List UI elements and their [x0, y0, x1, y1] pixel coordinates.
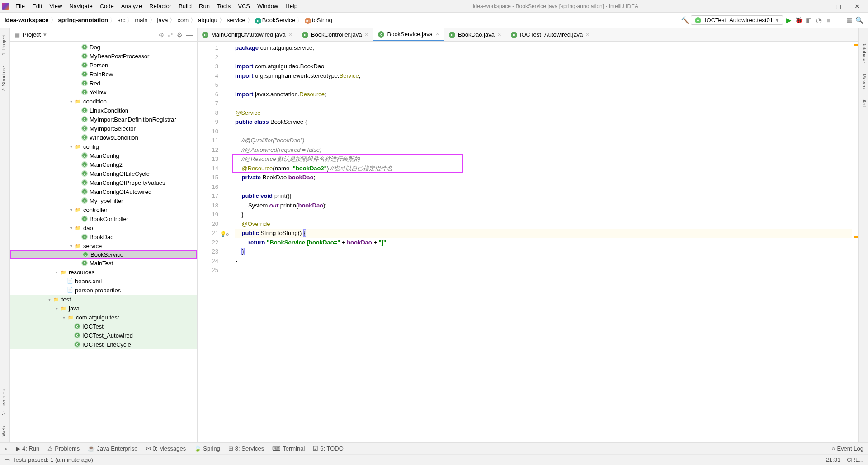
tab-database[interactable]: Database	[859, 37, 868, 67]
menu-vcs[interactable]: VCS	[234, 1, 254, 11]
code-line[interactable]: System.out.println(bookDao);	[235, 201, 852, 211]
breadcrumb-8[interactable]: cBookService	[255, 17, 295, 24]
tree-item[interactable]: cDog	[10, 42, 197, 52]
code-line[interactable]: public class BookService {	[235, 117, 852, 127]
tab-structure[interactable]: 7: Structure	[0, 61, 9, 96]
tree-item[interactable]: cMainConfig2	[10, 160, 197, 169]
profile-icon[interactable]: ◔	[815, 16, 823, 24]
code-line[interactable]	[235, 99, 852, 108]
expand-arrow[interactable]: ▾	[61, 315, 67, 320]
expand-arrow[interactable]: ▾	[68, 207, 74, 212]
breadcrumb-3[interactable]: main	[135, 17, 147, 23]
code-line[interactable]	[235, 266, 852, 275]
code-line[interactable]: }	[235, 247, 852, 257]
build-icon[interactable]: 🔨	[681, 16, 689, 24]
code-line[interactable]: //@Autowired(required = false)	[235, 146, 852, 155]
expand-arrow[interactable]: ▾	[46, 297, 52, 302]
close-tab-icon[interactable]: ✕	[288, 32, 292, 38]
tree-item[interactable]: cLinuxCondition	[10, 106, 197, 115]
bottom-tool-2[interactable]: ☕Java Enterprise	[88, 445, 137, 452]
code-line[interactable]	[235, 127, 852, 136]
breadcrumb-0[interactable]: idea-workspace	[5, 17, 49, 23]
menu-file[interactable]: File	[12, 1, 28, 11]
tree-item[interactable]: cIOCTest_LifeCycle	[10, 340, 197, 349]
event-log-button[interactable]: ○ Event Log	[832, 445, 863, 452]
tree-item[interactable]: ▾📁resources	[10, 268, 197, 277]
menu-run[interactable]: Run	[195, 1, 213, 11]
tree-item[interactable]: cIOCTest	[10, 322, 197, 331]
hide-icon[interactable]: —	[186, 31, 193, 38]
bottom-tool-7[interactable]: ☑6: TODO	[313, 445, 344, 452]
tree-item[interactable]: cBookDao	[10, 232, 197, 241]
tree-item[interactable]: ▾📁java	[10, 304, 197, 313]
code-line[interactable]: import com.atguigu.dao.BookDao;	[235, 62, 852, 71]
coverage-icon[interactable]: ◧	[805, 16, 813, 24]
code-line[interactable]	[235, 80, 852, 90]
menu-tools[interactable]: Tools	[213, 1, 234, 11]
editor-tab[interactable]: cIOCTest_Autowired.java✕	[506, 28, 594, 41]
tree-item[interactable]: cMainConfigOfLifeCycle	[10, 169, 197, 178]
code-line[interactable]: @Service	[235, 108, 852, 118]
expand-arrow[interactable]: ▾	[68, 144, 74, 149]
code-line[interactable]: }	[235, 210, 852, 220]
menu-build[interactable]: Build	[175, 1, 195, 11]
menu-navigate[interactable]: Navigate	[66, 1, 96, 11]
menu-code[interactable]: Code	[96, 1, 118, 11]
tree-item[interactable]: cBookController	[10, 214, 197, 223]
settings-icon[interactable]: ⚙	[177, 31, 183, 38]
close-tab-icon[interactable]: ✕	[435, 31, 439, 37]
expand-arrow[interactable]: ▾	[68, 99, 74, 104]
bottom-tool-4[interactable]: 🍃Spring	[194, 445, 220, 452]
tree-item[interactable]: 📄beans.xml	[10, 277, 197, 286]
tree-item[interactable]: cMainConfig	[10, 151, 197, 160]
expand-arrow[interactable]: ▾	[68, 244, 74, 249]
code-line[interactable]: import org.springframework.stereotype.Se…	[235, 71, 852, 81]
tree-item[interactable]: ▾📁config	[10, 142, 197, 151]
close-tab-icon[interactable]: ✕	[497, 32, 501, 38]
run-config-dropdown[interactable]: ● IOCTest_Autowired.test01 ▾	[691, 15, 783, 25]
breadcrumb-7[interactable]: service	[227, 17, 245, 23]
menu-view[interactable]: View	[46, 1, 66, 11]
tree-item[interactable]: cIOCTest_Autowired	[10, 331, 197, 340]
code-line[interactable]: private BookDao bookDao;	[235, 173, 852, 183]
tree-item[interactable]: cRainBow	[10, 70, 197, 79]
bottom-tool-3[interactable]: ✉0: Messages	[146, 445, 186, 452]
error-stripe[interactable]	[852, 42, 858, 442]
structure-icon[interactable]: ▦	[845, 16, 854, 24]
menu-analyze[interactable]: Analyze	[118, 1, 146, 11]
bottom-tool-0[interactable]: ▶4: Run	[16, 445, 39, 452]
maximize-button[interactable]: ▢	[829, 3, 847, 10]
expand-arrow[interactable]: ▾	[53, 270, 60, 275]
tree-item[interactable]: cMainConfigOfPropertyValues	[10, 178, 197, 187]
breadcrumb-5[interactable]: com	[177, 17, 189, 23]
tab-project[interactable]: 1: Project	[0, 30, 9, 60]
code-line[interactable]	[235, 183, 852, 192]
close-button[interactable]: ✕	[848, 3, 866, 10]
bottom-tool-1[interactable]: ⚠Problems	[47, 445, 80, 452]
tab-maven[interactable]: Maven	[859, 69, 868, 93]
collapse-icon[interactable]: ⇄	[168, 31, 173, 38]
tree-item[interactable]: ▾📁controller	[10, 205, 197, 214]
search-icon[interactable]: 🔍	[855, 16, 863, 24]
editor-tab[interactable]: cBookDao.java✕	[444, 28, 506, 41]
tree-item[interactable]: cYellow	[10, 88, 197, 97]
editor-tab[interactable]: cBookController.java✕	[297, 28, 374, 41]
breadcrumb-2[interactable]: src	[118, 17, 125, 23]
menu-refactor[interactable]: Refactor	[146, 1, 175, 11]
tree-item[interactable]: ▾📁condition	[10, 97, 197, 106]
code-line[interactable]: return "BookService [bookDao=" + bookDao…	[235, 238, 852, 248]
tree-item[interactable]: cMainConifgOfAutowired	[10, 187, 197, 196]
tree-item[interactable]: cMyImportBeanDefinitionRegistrar	[10, 115, 197, 124]
code-line[interactable]: public String toString() {	[235, 229, 852, 238]
tree-item[interactable]: cMyImportSelector	[10, 124, 197, 133]
bottom-tool-5[interactable]: ⊞8: Services	[228, 445, 264, 452]
code-line[interactable]	[235, 53, 852, 62]
code-line[interactable]: }	[235, 257, 852, 266]
close-tab-icon[interactable]: ✕	[364, 32, 368, 38]
tree-item[interactable]: ▾📁service	[10, 241, 197, 250]
tab-web[interactable]: Web	[0, 422, 9, 441]
code-line[interactable]: package com.atguigu.service;	[235, 43, 852, 53]
minimize-button[interactable]: —	[810, 3, 828, 10]
tree-item[interactable]: ▾📁dao	[10, 223, 197, 232]
tree-item[interactable]: cMainTest	[10, 258, 197, 268]
